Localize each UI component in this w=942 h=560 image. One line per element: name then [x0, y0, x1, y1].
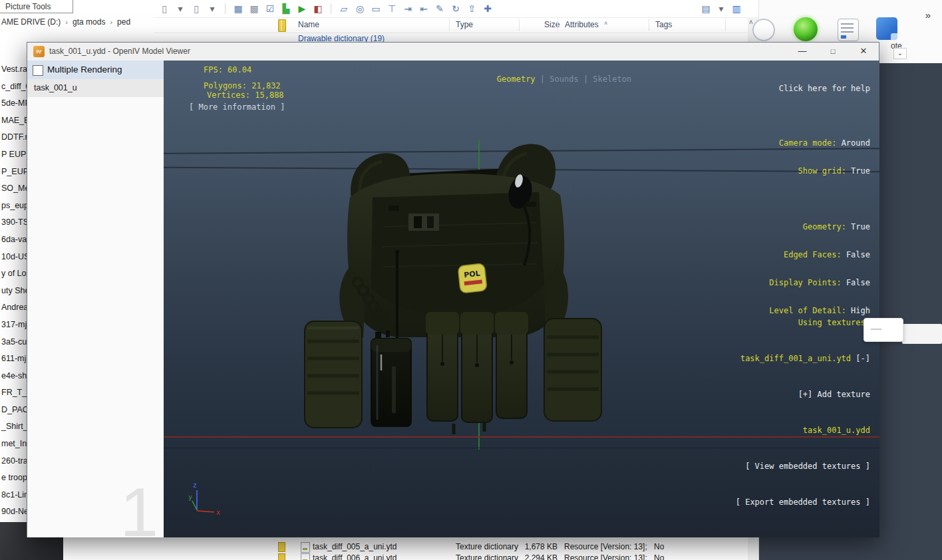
texture-file-row[interactable]: task_diff_001_a_uni.ytd [-]	[736, 352, 870, 364]
column-header-attributes[interactable]: Attributes	[565, 20, 599, 29]
note-icon[interactable]	[876, 17, 897, 40]
doc-outline-icon[interactable]: ▱	[338, 2, 350, 15]
add-texture-button[interactable]: [+] Add texture	[736, 388, 870, 400]
breadcrumb-chevron-icon: ›	[65, 18, 68, 26]
import-icon[interactable]: ⇥	[402, 2, 414, 15]
geometry-row[interactable]: Geometry: True	[769, 222, 870, 231]
picture-tools-tab[interactable]: Picture Tools	[0, 0, 73, 13]
file-name[interactable]: task_diff_005_a_uni.ytd	[313, 542, 397, 551]
axis-gizmo: z y x	[188, 480, 228, 519]
column-header-tags[interactable]: Tags	[655, 20, 672, 29]
axis-z-label: z	[193, 482, 197, 489]
file-tags: No	[654, 542, 664, 551]
doc-text-icon[interactable]: ⊤	[386, 2, 398, 15]
group-marker-icon	[278, 542, 285, 552]
toolbar-separator	[225, 3, 226, 14]
tab-skeleton[interactable]: Skeleton	[593, 74, 631, 84]
breadcrumb: AME DRIVE (D:) › gta mods › ped	[1, 17, 130, 27]
show-grid-row: Show grid: True	[769, 166, 870, 176]
column-header-name[interactable]: Name	[298, 20, 319, 29]
close-button[interactable]: ✕	[848, 43, 879, 61]
image-view-icon[interactable]: ▩	[248, 2, 260, 15]
texture-file-icon	[301, 553, 310, 560]
doc-edit-icon[interactable]: ▭	[370, 2, 382, 15]
file-size: 2,294 KB	[514, 553, 557, 560]
refresh-icon[interactable]: ↻	[450, 2, 462, 15]
scroll-up-icon[interactable]: ˄	[749, 19, 753, 26]
model-list-item[interactable]: task_001_u	[27, 79, 164, 97]
desktop-wallpaper	[879, 42, 942, 560]
vest-3d-model[interactable]: POL	[297, 134, 609, 440]
run-icon[interactable]: ▶	[296, 2, 308, 15]
remove-texture-button[interactable]: [-]	[856, 354, 870, 363]
tab-sounds[interactable]: Sounds	[550, 74, 578, 84]
vertices-readout: Vertices: 15,888	[207, 90, 284, 100]
profile-circle-icon[interactable]	[752, 19, 775, 41]
multiple-rendering-checkbox[interactable]	[33, 65, 43, 76]
tab-geometry[interactable]: Geometry	[497, 74, 536, 84]
up-one-icon[interactable]: ⇧	[466, 2, 478, 15]
new-file-caret-icon[interactable]: ▾	[174, 2, 186, 15]
checklist-icon[interactable]: ☑	[264, 2, 276, 15]
help-link[interactable]: Click here for help	[769, 84, 870, 93]
openiv-window: IV task_001_u.ydd - OpenIV Model Viewer …	[27, 42, 879, 537]
view-embedded-button[interactable]: [ View embedded textures ]	[736, 460, 870, 472]
multiple-rendering-label: Multiple Rendering	[47, 65, 122, 74]
tab-separator: |	[540, 74, 545, 84]
green-orb-icon[interactable]	[794, 17, 818, 41]
color-tiles-icon[interactable]: ▙	[280, 2, 292, 15]
explorer-view-controls: ▤ ▾ ▥	[700, 1, 742, 16]
maximize-button[interactable]: □	[818, 43, 848, 61]
axis-y-label: y	[188, 493, 192, 501]
desktop: Picture Tools AME DRIVE (D:) › gta mods …	[0, 0, 942, 560]
breadcrumb-folder[interactable]: gta mods	[73, 17, 105, 27]
rename-icon[interactable]: ✎	[434, 2, 446, 15]
file-type: Texture dictionary	[456, 553, 518, 560]
file-attributes: Resource [Version: 13];	[564, 553, 647, 560]
export-icon[interactable]: ⇤	[418, 2, 430, 15]
minimize-button[interactable]: —	[787, 43, 818, 61]
open-file-icon[interactable]: ▯	[190, 2, 202, 15]
display-points-row[interactable]: Display Points: False	[769, 278, 870, 287]
panel-chevron-icon[interactable]: ⌄	[893, 48, 907, 59]
table-row[interactable]: task_diff_006_a_uni.ytdTexture dictionar…	[154, 553, 757, 560]
column-header-type[interactable]: Type	[456, 20, 473, 29]
viewport-tabs: Geometry | Sounds | Skeleton	[458, 65, 631, 93]
more-information-link[interactable]: [ More information ]	[189, 102, 285, 112]
column-header-row: Name Type Size Attributes Tags ˄	[154, 17, 748, 33]
viewport-3d[interactable]: POL FPS: 60.04 Polygons: 21,832 Vertices…	[164, 61, 879, 537]
polygons-readout: Polygons: 21,832	[204, 81, 281, 90]
grid-view-icon[interactable]: ▦	[232, 2, 244, 15]
model-file-label: task_001_u.ydd	[736, 424, 870, 436]
file-attributes: Resource [Version: 13];	[564, 542, 647, 551]
edged-faces-row[interactable]: Edged Faces: False	[769, 250, 870, 259]
using-textures-label: Using textures:	[736, 317, 870, 329]
police-badge: POL	[458, 263, 487, 293]
app-icon: IV	[33, 46, 45, 57]
multiple-rendering-row[interactable]: Multiple Rendering	[27, 61, 164, 79]
open-file-caret-icon[interactable]: ▾	[206, 2, 218, 15]
title-bar[interactable]: IV task_001_u.ydd - OpenIV Model Viewer …	[27, 43, 879, 61]
view-caret-icon[interactable]: ▾	[715, 2, 727, 15]
floating-tooltip-box	[864, 318, 903, 342]
doc-search-icon[interactable]: ◎	[354, 2, 366, 15]
export-embedded-button[interactable]: [ Export embedded textures ]	[736, 496, 870, 508]
notes-list-icon[interactable]	[838, 19, 859, 41]
breadcrumb-folder[interactable]: ped	[117, 17, 130, 27]
stop-icon[interactable]: ◧	[312, 2, 324, 15]
sort-chevron-icon[interactable]: ˄	[604, 20, 607, 27]
add-icon[interactable]: ✚	[482, 2, 494, 15]
list-view-icon[interactable]: ▤	[700, 2, 712, 15]
table-row[interactable]: task_diff_005_a_uni.ytdTexture dictionar…	[154, 542, 757, 553]
file-type: Texture dictionary	[456, 542, 518, 551]
overflow-chevron-icon[interactable]: »	[925, 9, 931, 21]
group-marker-icon	[278, 553, 285, 560]
svg-text:POL: POL	[464, 269, 481, 279]
model-list-panel: Multiple Rendering task_001_u 1	[27, 61, 164, 537]
textures-panel: Using textures: task_diff_001_a_uni.ytd …	[736, 293, 870, 532]
toolbar-separator	[331, 3, 331, 14]
file-name[interactable]: task_diff_006_a_uni.ytd	[313, 553, 397, 560]
breadcrumb-drive[interactable]: AME DRIVE (D:)	[1, 17, 61, 27]
new-file-icon[interactable]: ▯	[158, 2, 170, 15]
preview-pane-icon[interactable]: ▥	[730, 2, 742, 15]
